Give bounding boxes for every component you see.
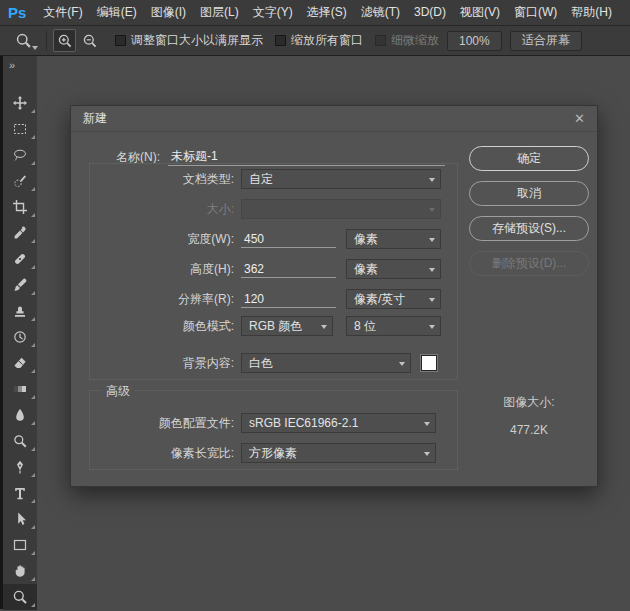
flyout-indicator-icon (31, 213, 35, 217)
chevron-down-icon (32, 46, 38, 50)
menu-help[interactable]: 帮助(H) (564, 5, 619, 19)
checkbox-label: 细微缩放 (391, 32, 439, 49)
checkbox-resize-windows-to-fit[interactable]: 调整窗口大小以满屏显示 (115, 32, 263, 49)
color-mode-select[interactable]: RGB 颜色 (241, 316, 333, 336)
height-unit-select[interactable]: 像素 (346, 259, 441, 279)
pixel-aspect-select[interactable]: 方形像素 (241, 443, 436, 463)
background-row: 背景内容: 白色 (89, 353, 437, 373)
width-input[interactable]: 450 (241, 230, 336, 248)
width-unit-select[interactable]: 像素 (346, 229, 441, 249)
zoom-tool-icon (15, 32, 32, 49)
flyout-indicator-icon (31, 551, 35, 555)
hand-tool[interactable] (3, 558, 37, 584)
blur-tool-icon (12, 407, 28, 423)
move-tool[interactable] (3, 90, 37, 116)
history-brush-tool[interactable] (3, 324, 37, 350)
tools-list (3, 90, 37, 610)
dialog-titlebar[interactable]: 新建 ✕ (71, 106, 597, 132)
checkbox-scrubby-zoom: 细微缩放 (375, 32, 439, 49)
rectangular-marquee-tool-icon (12, 121, 28, 137)
zoom-tool-preset[interactable] (6, 29, 40, 53)
color-mode-label: 颜色模式: (89, 318, 234, 335)
menu-view[interactable]: 视图(V) (453, 5, 507, 19)
size-select (241, 199, 441, 219)
type-tool[interactable] (3, 480, 37, 506)
resolution-unit-select[interactable]: 像素/英寸 (346, 289, 441, 309)
dodge-tool-icon (12, 433, 28, 449)
background-color-swatch[interactable] (421, 355, 437, 371)
checkbox-zoom-all-windows[interactable]: 缩放所有窗口 (275, 32, 363, 49)
delete-preset-button: 删除预设(D)... (469, 251, 589, 276)
image-size-info: 图像大小: 477.2K (469, 394, 589, 437)
rectangle-tool-icon (12, 537, 28, 553)
close-icon[interactable]: ✕ (574, 111, 585, 126)
zoom-100-button[interactable]: 100% (447, 31, 502, 51)
resolution-input[interactable]: 120 (241, 290, 336, 308)
menu-file[interactable]: 文件(F) (36, 5, 89, 19)
menu-bar-items: 文件(F)编辑(E)图像(I)图层(L)文字(Y)选择(S)滤镜(T)3D(D)… (36, 4, 619, 21)
menu-layer[interactable]: 图层(L) (193, 5, 246, 19)
flyout-indicator-icon (31, 291, 35, 295)
chevron-down-icon (399, 362, 405, 366)
fit-screen-button[interactable]: 适合屏幕 (510, 31, 582, 51)
flyout-indicator-icon (31, 343, 35, 347)
menu-filter[interactable]: 滤镜(T) (354, 5, 407, 19)
clone-stamp-tool-icon (12, 303, 28, 319)
pen-tool[interactable] (3, 454, 37, 480)
spot-healing-brush-tool[interactable] (3, 246, 37, 272)
dodge-tool[interactable] (3, 428, 37, 454)
background-select[interactable]: 白色 (241, 353, 411, 373)
pixel-aspect-row: 像素长宽比: 方形像素 (89, 443, 436, 463)
doc-type-select[interactable]: 自定 (241, 169, 441, 189)
lasso-tool[interactable] (3, 142, 37, 168)
chevron-down-icon (429, 268, 435, 272)
blur-tool[interactable] (3, 402, 37, 428)
height-label: 高度(H): (89, 261, 234, 278)
height-input[interactable]: 362 (241, 260, 336, 278)
size-row: 大小: (89, 199, 441, 219)
zoom-out-button[interactable] (78, 29, 101, 52)
pixel-aspect-label: 像素长宽比: (89, 445, 234, 462)
rectangular-marquee-tool[interactable] (3, 116, 37, 142)
type-tool-icon (12, 485, 28, 501)
checkbox-box-icon (375, 35, 386, 46)
history-brush-tool-icon (12, 329, 28, 345)
ok-button[interactable]: 确定 (469, 146, 589, 171)
clone-stamp-tool[interactable] (3, 298, 37, 324)
eyedropper-tool[interactable] (3, 220, 37, 246)
checkbox-box-icon (115, 35, 126, 46)
menu-window[interactable]: 窗口(W) (507, 5, 564, 19)
zoom-in-button[interactable] (53, 29, 76, 52)
flyout-indicator-icon (31, 395, 35, 399)
rectangle-tool[interactable] (3, 532, 37, 558)
quick-selection-tool[interactable] (3, 168, 37, 194)
zoom-in-icon (57, 33, 73, 49)
menu-select[interactable]: 选择(S) (300, 5, 354, 19)
flyout-indicator-icon (31, 265, 35, 269)
move-tool-icon (12, 95, 28, 111)
flyout-indicator-icon (31, 239, 35, 243)
flyout-indicator-icon (31, 135, 35, 139)
eraser-tool-icon (12, 355, 28, 371)
image-size-label: 图像大小: (469, 394, 589, 411)
menu-image[interactable]: 图像(I) (144, 5, 193, 19)
menu-type[interactable]: 文字(Y) (246, 5, 300, 19)
cancel-button[interactable]: 取消 (469, 181, 589, 206)
color-profile-select[interactable]: sRGB IEC61966-2.1 (241, 413, 436, 433)
zoom-tool[interactable] (3, 584, 37, 610)
width-row: 宽度(W): 450 像素 (89, 229, 441, 249)
flyout-indicator-icon (31, 369, 35, 373)
brush-tool[interactable] (3, 272, 37, 298)
pen-tool-icon (12, 459, 28, 475)
menu-3d[interactable]: 3D(D) (407, 5, 453, 19)
menu-edit[interactable]: 编辑(E) (90, 5, 144, 19)
collapse-panel-button[interactable]: » (3, 56, 37, 74)
path-selection-tool[interactable] (3, 506, 37, 532)
crop-tool[interactable] (3, 194, 37, 220)
eraser-tool[interactable] (3, 350, 37, 376)
gradient-tool[interactable] (3, 376, 37, 402)
bit-depth-select[interactable]: 8 位 (346, 316, 441, 336)
hand-tool-icon (12, 563, 28, 579)
save-preset-button[interactable]: 存储预设(S)... (469, 216, 589, 241)
chevron-down-icon (429, 325, 435, 329)
